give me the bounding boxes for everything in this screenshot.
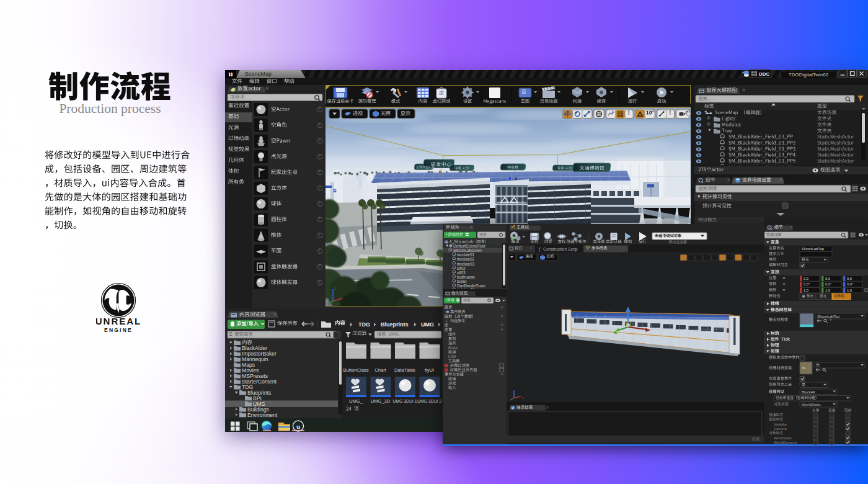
svg-text:0.0°: 0.0° bbox=[847, 282, 853, 286]
svg-text:kushuwan: kushuwan bbox=[457, 275, 475, 279]
svg-text:bulan: bulan bbox=[457, 279, 467, 284]
svg-text:Construction Scrip: Construction Scrip bbox=[543, 247, 578, 252]
svg-text:slf02: slf02 bbox=[457, 266, 466, 271]
svg-text:module02: module02 bbox=[457, 257, 475, 261]
svg-text:SliconLabTop: SliconLabTop bbox=[817, 315, 840, 318]
svg-text:WorldStatic: WorldStatic bbox=[802, 403, 821, 406]
svg-text:BlockAll: BlockAll bbox=[802, 390, 815, 394]
svg-text:N..: N.. bbox=[802, 366, 807, 370]
svg-text:DefaultSceneRoot: DefaultSceneRoot bbox=[453, 244, 485, 248]
svg-text:0.0: 0.0 bbox=[804, 277, 808, 280]
svg-text:0.0: 0.0 bbox=[825, 277, 830, 280]
svg-text:Visibility: Visibility bbox=[774, 423, 787, 426]
svg-text:SliconLabTop: SliconLabTop bbox=[802, 247, 825, 251]
svg-text:0.0°: 0.0° bbox=[804, 282, 810, 286]
svg-text:0.0: 0.0 bbox=[847, 277, 852, 280]
svg-text:x: x bbox=[522, 396, 524, 400]
svg-text:1.0: 1.0 bbox=[825, 289, 830, 292]
svg-text:module01: module01 bbox=[457, 253, 475, 257]
svg-text:WorldStatic: WorldStatic bbox=[774, 436, 792, 440]
svg-text:WorldDynamic: WorldDynamic bbox=[774, 441, 797, 444]
svg-text:1.0: 1.0 bbox=[847, 289, 852, 292]
svg-text:SiliconLabDown: SiliconLabDown bbox=[453, 248, 482, 253]
svg-text:module03: module03 bbox=[457, 262, 475, 266]
svg-text:Camera: Camera bbox=[774, 427, 787, 431]
svg-text:slf03: slf03 bbox=[457, 271, 466, 275]
svg-text:1.0: 1.0 bbox=[804, 289, 808, 292]
svg-text:0.0°: 0.0° bbox=[825, 282, 831, 286]
